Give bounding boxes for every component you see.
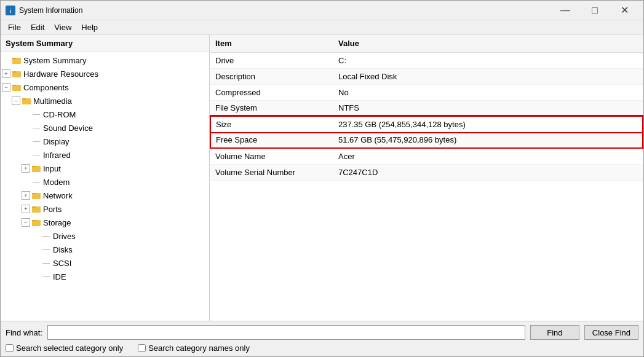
tree-item-modem[interactable]: — Modem	[1, 175, 209, 189]
svg-rect-7	[12, 85, 16, 86]
tree-label-storage: Storage	[43, 218, 71, 227]
tree-container[interactable]: System Summary Hardware Resources Compon…	[1, 52, 209, 321]
folder-icon-system-summary	[12, 55, 22, 65]
tree-item-disks[interactable]: — Disks	[1, 243, 209, 256]
cell-value: NTFS	[333, 100, 643, 116]
tree-label-sound-device: Sound Device	[43, 124, 93, 133]
item-icon-display: —	[31, 136, 41, 146]
tree-item-hardware-resources[interactable]: Hardware Resources	[1, 67, 209, 80]
search-category-names-checkbox[interactable]	[138, 344, 146, 352]
svg-rect-3	[12, 58, 16, 59]
table-row-highlighted-size: Size 237.35 GB (254,855,344,128 bytes)	[210, 116, 643, 132]
tree-item-cd-rom[interactable]: — CD-ROM	[1, 108, 209, 121]
folder-icon-network	[31, 190, 41, 200]
folder-icon-hardware-resources	[12, 69, 22, 79]
cell-item: File System	[210, 100, 333, 116]
tree-item-display[interactable]: — Display	[1, 135, 209, 148]
cell-value: No	[333, 84, 643, 100]
close-button[interactable]: ✕	[610, 1, 638, 20]
tree-item-drives[interactable]: — Drives	[1, 229, 209, 243]
expander-multimedia[interactable]	[12, 96, 20, 105]
checkbox-row: Search selected category only Search cat…	[6, 343, 638, 353]
tree-item-components[interactable]: Components	[1, 80, 209, 94]
folder-icon-input	[31, 163, 41, 173]
expander-hardware-resources[interactable]	[2, 69, 10, 78]
menu-edit[interactable]: Edit	[26, 22, 49, 33]
table-row: Drive C:	[210, 52, 643, 68]
tree-item-input[interactable]: Input	[1, 162, 209, 175]
data-table: Item Value Drive C: Description Local Fi…	[210, 35, 643, 181]
svg-rect-15	[32, 206, 36, 208]
tree-item-storage[interactable]: Storage	[1, 216, 209, 229]
find-input[interactable]	[47, 325, 525, 340]
right-panel: Item Value Drive C: Description Local Fi…	[210, 35, 643, 321]
cell-item-freespace: Free Space	[210, 132, 333, 148]
folder-icon-ports	[31, 204, 41, 214]
tree-item-ports[interactable]: Ports	[1, 202, 209, 216]
tree-item-system-summary[interactable]: System Summary	[1, 53, 209, 67]
app-icon: i	[6, 6, 15, 15]
tree-item-network[interactable]: Network	[1, 189, 209, 202]
search-selected-category-checkbox-label[interactable]: Search selected category only	[6, 343, 123, 353]
cell-value: 7C247C1D	[333, 164, 643, 180]
folder-icon-storage	[31, 218, 41, 227]
table-row: File System NTFS	[210, 100, 643, 116]
expander-system-summary	[2, 56, 10, 65]
search-selected-category-checkbox[interactable]	[6, 344, 14, 352]
cell-item: Compressed	[210, 84, 333, 100]
table-row: Volume Serial Number 7C247C1D	[210, 164, 643, 180]
table-row: Volume Name Acer	[210, 148, 643, 164]
expander-components[interactable]	[2, 83, 10, 92]
tree-label-ide: IDE	[53, 272, 66, 281]
tree-item-scsi[interactable]: — SCSI	[1, 256, 209, 270]
cell-value: Acer	[333, 148, 643, 164]
menu-help[interactable]: Help	[76, 22, 103, 33]
window-title: System Information	[19, 6, 551, 15]
maximize-button[interactable]: □	[581, 1, 609, 20]
col-header-item: Item	[210, 35, 333, 52]
cell-value-freespace: 51.67 GB (55,475,920,896 bytes)	[333, 132, 643, 148]
search-category-names-checkbox-label[interactable]: Search category names only	[138, 343, 250, 353]
expander-infrared	[22, 151, 30, 159]
expander-storage[interactable]	[22, 218, 30, 227]
table-row: Compressed No	[210, 84, 643, 100]
item-icon-infrared: —	[31, 150, 41, 160]
table-row: Description Local Fixed Disk	[210, 68, 643, 84]
svg-rect-11	[32, 166, 36, 167]
col-header-value: Value	[333, 35, 643, 52]
tree-label-drives: Drives	[53, 232, 76, 241]
item-icon-ide: —	[41, 272, 51, 281]
expander-display	[22, 137, 30, 146]
item-icon-sound-device: —	[31, 123, 41, 133]
menu-file[interactable]: File	[3, 22, 26, 33]
titlebar: i System Information — □ ✕	[1, 1, 643, 20]
folder-icon-multimedia	[22, 96, 31, 106]
menubar: File Edit View Help	[1, 20, 643, 35]
tree-item-multimedia[interactable]: Multimedia	[1, 94, 209, 108]
tree-item-ide[interactable]: — IDE	[1, 270, 209, 283]
close-find-button[interactable]: Close Find	[584, 325, 638, 340]
minimize-button[interactable]: —	[551, 1, 579, 20]
find-button[interactable]: Find	[530, 325, 579, 340]
item-icon-scsi: —	[41, 258, 51, 268]
tree-item-infrared[interactable]: — Infrared	[1, 148, 209, 162]
tree-label-ports: Ports	[43, 205, 62, 214]
svg-rect-5	[12, 71, 16, 73]
expander-cd-rom	[22, 110, 30, 119]
find-row: Find what: Find Close Find	[6, 325, 638, 340]
tree-item-sound-device[interactable]: — Sound Device	[1, 121, 209, 135]
item-icon-cd-rom: —	[31, 109, 41, 119]
search-selected-category-label: Search selected category only	[16, 343, 123, 353]
tree-label-components: Components	[23, 83, 69, 92]
menu-view[interactable]: View	[49, 22, 76, 33]
expander-network[interactable]	[22, 191, 30, 200]
table-row-highlighted-freespace: Free Space 51.67 GB (55,475,920,896 byte…	[210, 132, 643, 148]
tree-label-system-summary: System Summary	[23, 56, 87, 65]
expander-input[interactable]	[22, 164, 30, 173]
svg-rect-9	[22, 98, 26, 100]
svg-rect-13	[32, 193, 36, 194]
item-icon-modem: —	[31, 177, 41, 187]
folder-icon-components	[12, 82, 22, 92]
expander-ports[interactable]	[22, 205, 30, 213]
window-controls: — □ ✕	[551, 1, 638, 20]
